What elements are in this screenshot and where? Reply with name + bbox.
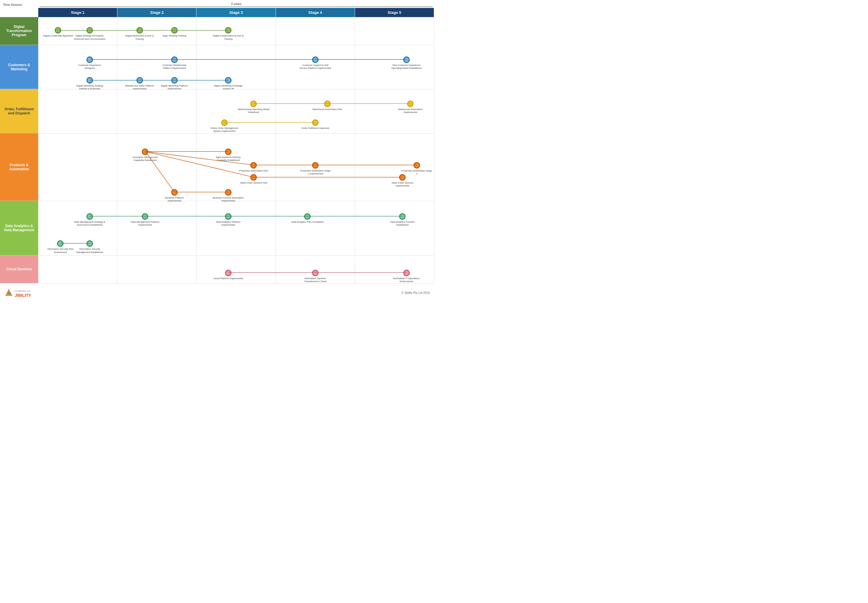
cell-o2 — [117, 90, 196, 133]
time-horizon-line — [40, 6, 432, 7]
powered-by-label: POWERED BY — [15, 290, 31, 292]
cell-o1 — [38, 90, 117, 133]
stage-2-header: Stage 2 — [117, 8, 196, 17]
footer-logo: POWERED BY JIBILITY — [5, 288, 31, 298]
stage-1-header: Stage 1 — [38, 8, 117, 17]
cell-o4 — [276, 90, 355, 133]
cell-p4 — [276, 133, 355, 201]
time-horizon-label: Time Horizon — [0, 2, 38, 8]
cell-d5 — [355, 17, 434, 45]
cell-c1 — [38, 45, 117, 89]
footer-brand-container: POWERED BY JIBILITY — [15, 288, 31, 298]
cell-c4 — [276, 45, 355, 89]
cell-da5 — [355, 201, 434, 255]
content-area: Digital Transformation Program Customers… — [0, 17, 434, 284]
brand-name: JIBILITY — [15, 293, 31, 298]
cell-p3 — [196, 133, 276, 201]
cell-d1 — [38, 17, 117, 45]
footer-copyright: © Jibility Pty Ltd 2018 — [402, 291, 430, 294]
label-digital: Digital Transformation Program — [0, 17, 38, 45]
footer: POWERED BY JIBILITY © Jibility Pty Ltd 2… — [0, 285, 434, 300]
main-container: Time Horizon 3 years Stage 1 Stage 2 Sta… — [0, 0, 434, 300]
label-order: Order, Fulfillment and Dispatch — [0, 89, 38, 133]
cell-da3 — [196, 201, 276, 255]
cell-cl5 — [355, 256, 434, 283]
cell-cl3 — [196, 256, 276, 283]
cell-p1 — [38, 133, 117, 201]
label-data: Data Analytics & Data Management — [0, 201, 38, 255]
cell-cl4 — [276, 256, 355, 283]
time-horizon-bar: 3 years — [38, 2, 434, 7]
cell-da4 — [276, 201, 355, 255]
cell-d3 — [196, 17, 276, 45]
row-order — [38, 90, 434, 133]
cell-c3 — [196, 45, 276, 89]
row-digital — [38, 17, 434, 45]
row-labels: Digital Transformation Program Customers… — [0, 17, 38, 284]
label-cloud: Cloud Services — [0, 255, 38, 283]
cell-o3 — [196, 90, 276, 133]
row-products — [38, 133, 434, 201]
label-customers: Customers & Marketing — [0, 45, 38, 89]
cell-cl1 — [38, 256, 117, 283]
header-area: Time Horizon 3 years — [0, 0, 434, 8]
cell-da1 — [38, 201, 117, 255]
cell-da2 — [117, 201, 196, 255]
label-products: Products & Automation — [0, 133, 38, 201]
row-customers — [38, 45, 434, 90]
time-years-label: 3 years — [38, 2, 434, 6]
stage-3-header: Stage 3 — [196, 8, 276, 17]
diagram-area: Digital Leadership AppointedDigital Stra… — [38, 17, 434, 284]
cell-cl2 — [117, 256, 196, 283]
cell-c5 — [355, 45, 434, 89]
cell-d4 — [276, 17, 355, 45]
row-cloud — [38, 256, 434, 284]
cell-o5 — [355, 90, 434, 133]
cell-p2 — [117, 133, 196, 201]
stage-headers: Stage 1 Stage 2 Stage 3 Stage 4 Stage 5 — [38, 8, 434, 17]
jibility-logo-icon — [5, 288, 13, 297]
cell-c2 — [117, 45, 196, 89]
cell-p5 — [355, 133, 434, 201]
stage-5-header: Stage 5 — [355, 8, 434, 17]
stage-4-header: Stage 4 — [276, 8, 355, 17]
cell-d2 — [117, 17, 196, 45]
row-data — [38, 201, 434, 256]
